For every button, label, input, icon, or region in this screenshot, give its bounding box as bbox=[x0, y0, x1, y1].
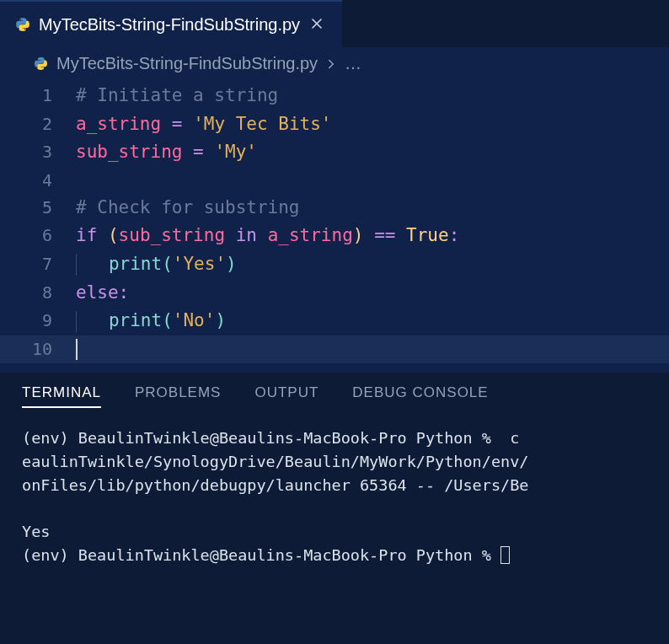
code-content: print('No') bbox=[76, 307, 669, 335]
code-line[interactable]: 1# Initiate a string bbox=[0, 82, 669, 110]
line-number: 6 bbox=[0, 222, 76, 249]
line-number: 3 bbox=[0, 138, 76, 165]
editor-root: MyTecBits-String-FindSubString.py MyTecB… bbox=[0, 0, 669, 644]
code-editor[interactable]: 1# Initiate a string2a_string = 'My Tec … bbox=[0, 77, 669, 372]
code-content: # Initiate a string bbox=[76, 82, 669, 110]
terminal-line: onFiles/lib/python/debugpy/launcher 6536… bbox=[22, 474, 652, 497]
code-line[interactable]: 5# Check for substring bbox=[0, 194, 669, 223]
line-number: 4 bbox=[0, 167, 76, 194]
editor-tab[interactable]: MyTecBits-String-FindSubString.py bbox=[0, 0, 342, 47]
panel-tab-output[interactable]: OUTPUT bbox=[254, 384, 318, 408]
line-number: 8 bbox=[0, 279, 76, 306]
terminal-cursor bbox=[500, 546, 510, 564]
terminal-line: Yes bbox=[22, 520, 652, 544]
python-icon bbox=[15, 17, 30, 32]
breadcrumb-file: MyTecBits-String-FindSubString.py bbox=[56, 54, 318, 73]
code-content: a_string = 'My Tec Bits' bbox=[76, 110, 669, 139]
code-content: sub_string = 'My' bbox=[76, 138, 669, 167]
terminal-line bbox=[22, 497, 652, 521]
tab-bar: MyTecBits-String-FindSubString.py bbox=[0, 0, 669, 47]
code-line[interactable]: 9 print('No') bbox=[0, 307, 669, 335]
code-line[interactable]: 7 print('Yes') bbox=[0, 250, 669, 279]
close-icon[interactable] bbox=[308, 14, 325, 35]
breadcrumb-more: … bbox=[345, 54, 361, 73]
indent-guide bbox=[76, 254, 77, 275]
line-number: 2 bbox=[0, 110, 76, 137]
code-content bbox=[76, 335, 669, 364]
panel-tab-problems[interactable]: PROBLEMS bbox=[135, 384, 221, 408]
code-line[interactable]: 2a_string = 'My Tec Bits' bbox=[0, 110, 669, 139]
line-number: 7 bbox=[0, 250, 76, 277]
line-number: 1 bbox=[0, 82, 76, 109]
code-line[interactable]: 6if (sub_string in a_string) == True: bbox=[0, 222, 669, 250]
chevron-right-icon bbox=[326, 54, 336, 73]
code-content: if (sub_string in a_string) == True: bbox=[76, 222, 669, 250]
code-line[interactable]: 8else: bbox=[0, 279, 669, 308]
indent-guide bbox=[76, 311, 77, 332]
code-content: else: bbox=[76, 279, 669, 308]
code-line[interactable]: 4 bbox=[0, 167, 669, 194]
terminal[interactable]: (env) BeaulinTwinkle@Beaulins-MacBook-Pr… bbox=[0, 416, 669, 576]
line-number: 5 bbox=[0, 194, 76, 221]
bottom-panel: TERMINALPROBLEMSOUTPUTDEBUG CONSOLE (env… bbox=[0, 372, 669, 644]
cursor bbox=[76, 339, 78, 360]
code-line[interactable]: 10 bbox=[0, 335, 669, 364]
panel-tabs: TERMINALPROBLEMSOUTPUTDEBUG CONSOLE bbox=[0, 373, 669, 416]
terminal-line: (env) BeaulinTwinkle@Beaulins-MacBook-Pr… bbox=[22, 427, 652, 450]
code-line[interactable]: 3sub_string = 'My' bbox=[0, 138, 669, 167]
panel-tab-debug-console[interactable]: DEBUG CONSOLE bbox=[352, 384, 488, 408]
line-number: 10 bbox=[0, 335, 76, 362]
code-content: # Check for substring bbox=[76, 194, 669, 223]
tab-title: MyTecBits-String-FindSubString.py bbox=[39, 15, 300, 35]
breadcrumb[interactable]: MyTecBits-String-FindSubString.py … bbox=[0, 47, 669, 77]
panel-tab-terminal[interactable]: TERMINAL bbox=[22, 384, 101, 408]
code-content: print('Yes') bbox=[76, 250, 669, 279]
line-number: 9 bbox=[0, 307, 76, 334]
terminal-line: eaulinTwinkle/SynologyDrive/Beaulin/MyWo… bbox=[22, 450, 652, 474]
terminal-prompt-line: (env) BeaulinTwinkle@Beaulins-MacBook-Pr… bbox=[22, 544, 652, 567]
python-icon bbox=[34, 56, 48, 71]
